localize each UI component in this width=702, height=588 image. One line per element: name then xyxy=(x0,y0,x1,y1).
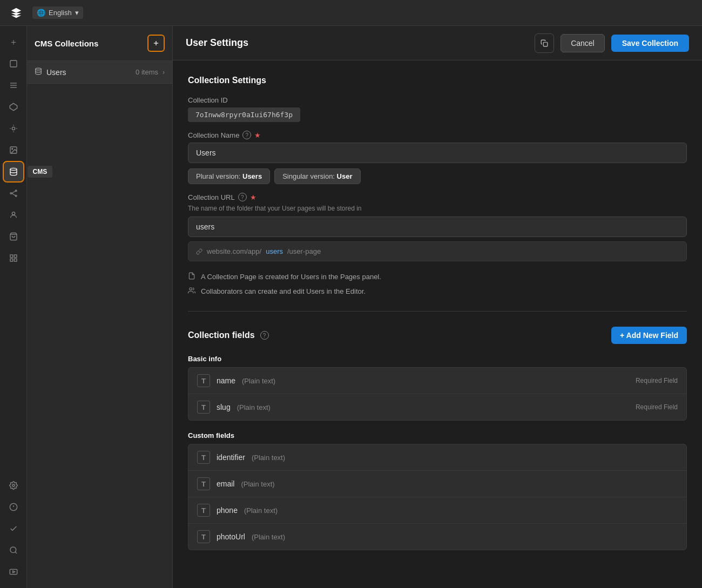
field-name-label: name xyxy=(217,376,235,385)
field-item-email[interactable]: T email (Plain text) xyxy=(188,471,686,497)
sidebar-item-add[interactable]: ＋ xyxy=(4,32,23,52)
page-icon xyxy=(188,272,195,281)
sidebar-item-search[interactable] xyxy=(4,540,23,560)
svg-point-14 xyxy=(12,212,15,215)
cms-panel: CMS Collections Users 0 items › xyxy=(27,26,173,588)
sidebar-item-cms[interactable]: CMS xyxy=(4,162,23,181)
svg-rect-16 xyxy=(10,255,13,258)
svg-point-24 xyxy=(10,547,16,553)
sidebar-item-menu[interactable] xyxy=(4,76,23,95)
custom-fields-title: Custom fields xyxy=(188,431,687,440)
singular-chip: Singular version: User xyxy=(274,168,360,184)
field-required-name: Required Field xyxy=(636,377,678,384)
sidebar-item-settings[interactable] xyxy=(4,476,23,495)
svg-marker-27 xyxy=(12,571,15,573)
save-collection-button[interactable]: Save Collection xyxy=(611,35,689,52)
duplicate-button[interactable] xyxy=(535,33,554,53)
field-type-email-label: (Plain text) xyxy=(241,480,274,488)
field-type-icon-photourl: T xyxy=(197,530,210,543)
field-type-photourl-label: (Plain text) xyxy=(252,533,285,541)
sidebar-item-members[interactable] xyxy=(4,205,23,225)
svg-point-7 xyxy=(11,148,12,150)
svg-rect-31 xyxy=(543,42,548,46)
url-prefix: website.com/app/ xyxy=(207,247,261,255)
sidebar-item-design[interactable] xyxy=(4,119,23,138)
field-identifier-label: identifier xyxy=(217,453,245,462)
info-rows: A Collection Page is created for Users i… xyxy=(188,272,687,296)
svg-point-8 xyxy=(10,168,17,170)
plural-chip: Plural version: Users xyxy=(188,168,270,184)
collection-url-field: Collection URL ? ★ The name of the folde… xyxy=(188,193,687,261)
url-help-icon[interactable]: ? xyxy=(238,193,247,201)
add-new-field-button[interactable]: + Add New Field xyxy=(611,327,687,344)
sidebar-item-media[interactable] xyxy=(4,140,23,160)
cms-panel-title: CMS Collections xyxy=(35,39,98,48)
version-chips: Plural version: Users Singular version: … xyxy=(188,168,687,184)
plural-value: Users xyxy=(242,172,262,180)
fields-help-icon[interactable]: ? xyxy=(260,331,269,340)
svg-rect-0 xyxy=(10,60,17,67)
collection-name-label: Collection Name ? ★ xyxy=(188,131,687,139)
collection-icon xyxy=(35,67,42,77)
collection-url-input[interactable] xyxy=(188,217,687,237)
content-body: Collection Settings Collection ID 7oInww… xyxy=(173,60,702,588)
svg-point-11 xyxy=(15,195,17,197)
svg-line-12 xyxy=(11,191,15,193)
main-content: User Settings Cancel Save Collection Col… xyxy=(173,26,702,588)
svg-rect-18 xyxy=(10,259,13,261)
sidebar-item-video[interactable] xyxy=(4,562,23,582)
name-required-star: ★ xyxy=(254,131,261,139)
sidebar-item-page[interactable] xyxy=(4,54,23,73)
field-item-photourl[interactable]: T photoUrl (Plain text) xyxy=(188,524,686,550)
field-type-phone-label: (Plain text) xyxy=(244,506,278,515)
field-type-icon-email: T xyxy=(197,477,210,490)
collection-settings-title: Collection Settings xyxy=(188,76,687,85)
main-layout: ＋ CMS xyxy=(0,26,702,588)
svg-rect-19 xyxy=(14,259,17,261)
add-icon: ＋ xyxy=(9,37,18,48)
svg-point-10 xyxy=(15,190,17,192)
sidebar-item-components[interactable] xyxy=(4,97,23,117)
sidebar-item-integrations[interactable] xyxy=(4,497,23,517)
url-suffix: /user-page xyxy=(287,247,321,255)
collection-chevron: › xyxy=(163,69,165,76)
info-text-2: Collaborators can create and edit Users … xyxy=(201,287,366,295)
collection-name-field: Collection Name ? ★ Plural version: User… xyxy=(188,131,687,184)
sidebar-item-store[interactable] xyxy=(4,227,23,246)
field-item-slug[interactable]: T slug (Plain text) Required Field xyxy=(188,394,686,420)
field-phone-label: phone xyxy=(217,506,238,515)
url-required-star: ★ xyxy=(250,193,256,201)
collection-label: Users xyxy=(46,68,131,77)
fields-header: Collection fields ? + Add New Field xyxy=(188,327,687,344)
language-selector[interactable]: 🌐 English ▾ xyxy=(32,6,83,19)
url-description: The name of the folder that your User pa… xyxy=(188,205,687,212)
cms-collection-users[interactable]: Users 0 items › xyxy=(27,61,172,84)
logo xyxy=(9,5,24,21)
info-text-1: A Collection Page is created for Users i… xyxy=(201,273,381,281)
cms-add-collection-button[interactable] xyxy=(147,35,165,52)
collection-fields-title: Collection fields xyxy=(188,330,255,340)
sidebar-item-connections[interactable] xyxy=(4,184,23,203)
custom-fields-list: T identifier (Plain text) T email (Plain… xyxy=(188,444,687,550)
field-email-label: email xyxy=(217,479,234,488)
field-item-name[interactable]: T name (Plain text) Required Field xyxy=(188,368,686,394)
collection-id-label: Collection ID xyxy=(188,96,687,104)
collection-count: 0 items xyxy=(136,68,158,76)
field-item-phone[interactable]: T phone (Plain text) xyxy=(188,497,686,524)
icon-sidebar: ＋ CMS xyxy=(0,26,27,588)
svg-point-20 xyxy=(12,484,15,486)
collection-name-input[interactable] xyxy=(188,143,687,163)
field-item-identifier[interactable]: T identifier (Plain text) xyxy=(188,444,686,471)
fields-header-left: Collection fields ? xyxy=(188,330,269,340)
cancel-button[interactable]: Cancel xyxy=(561,34,605,52)
field-type-icon-name: T xyxy=(197,374,210,387)
page-title: User Settings xyxy=(186,37,528,49)
name-help-icon[interactable]: ? xyxy=(242,131,251,139)
svg-line-25 xyxy=(15,552,17,553)
field-photourl-label: photoUrl xyxy=(217,532,245,541)
sidebar-item-widgets[interactable] xyxy=(4,248,23,268)
svg-line-13 xyxy=(11,193,15,195)
collection-id-field: Collection ID 7oInww8rpyr0aIui67h6f3p xyxy=(188,96,687,122)
sidebar-item-tasks[interactable] xyxy=(4,519,23,538)
field-type-icon-slug: T xyxy=(197,401,210,414)
